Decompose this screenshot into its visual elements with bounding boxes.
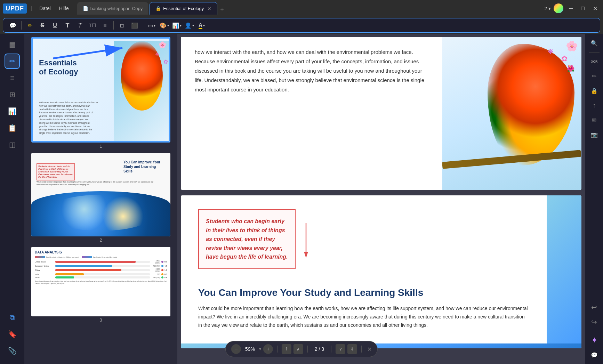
pdf-page-1: how we interact with the earth, and how … — [181, 37, 581, 190]
sidebar-icon-table[interactable]: ⊞ — [5, 87, 20, 102]
zoom-bar: − 59% ▾ + ⇑ ∧ 2 / 3 ∨ ⇓ ✕ — [225, 341, 378, 357]
annotation-toolbar: 💬 ✏ S U T T T☐ ≡ ◻ ⬛ ▭ ▾ 🎨 ▾ 📊 ▾ 👤 ▾ A ▾ — [3, 18, 600, 33]
avatar[interactable] — [554, 3, 563, 13]
sidebar-icon-pages[interactable]: ▦ — [5, 37, 20, 52]
flower-1: 🌸 — [566, 40, 578, 52]
text-italic-tool-button[interactable]: T — [74, 20, 86, 31]
tab-lock-icon: 🔒 — [155, 6, 161, 11]
flower-3: ❋ — [548, 47, 554, 56]
text-color-tool-button[interactable]: A ▾ — [196, 20, 207, 31]
comment-tool-button[interactable]: 💬 — [7, 20, 18, 31]
user-tool-button[interactable]: 👤 ▾ — [184, 20, 195, 31]
tab-label: banking whitepapar_Copy — [90, 6, 143, 11]
flower-2: ✿ — [561, 54, 568, 63]
maximize-button[interactable]: □ — [578, 4, 587, 13]
page2-body-text: What could be more important than learni… — [198, 305, 529, 329]
thumbnail-page-2[interactable]: Students who can begin early in their li… — [27, 153, 175, 243]
strikethrough-tool-button[interactable]: S — [37, 20, 48, 31]
sidebar-icon-pageview[interactable]: 📋 — [5, 120, 20, 136]
sidebar-icon-layers[interactable]: ⧉ — [5, 310, 20, 325]
sidebar-icon-attachment[interactable]: 📎 — [5, 343, 20, 358]
sidebar-icon-bookmark[interactable]: 🔖 — [5, 326, 20, 342]
eraser-tool-button[interactable]: ◻ — [116, 20, 128, 31]
minimize-button[interactable]: ─ — [566, 4, 576, 13]
thumb-card-2[interactable]: Students who can begin early in their li… — [31, 153, 170, 236]
menu-datei[interactable]: Datei — [37, 4, 54, 13]
sidebar-icon-annotate[interactable]: ✏ — [5, 54, 20, 69]
thumbnail-page-1[interactable]: 🌸 ❋ ✿ Essentials of Ecology Welcome to e… — [27, 37, 175, 149]
tab-icon: 📄 — [83, 6, 88, 11]
sidebar-icon-list[interactable]: ≡ — [5, 70, 20, 86]
zoom-dropdown-button[interactable]: ▾ — [259, 347, 261, 351]
sidebar-upload-button[interactable]: ↑ — [588, 99, 601, 112]
add-tab-button[interactable]: + — [217, 5, 227, 15]
page-counter: 2 / 3 — [312, 346, 327, 352]
sidebar-chat-button[interactable]: 💬 — [588, 349, 601, 361]
sidebar-redo-button[interactable]: ↪ — [588, 316, 601, 328]
nav-last-button[interactable]: ⇓ — [347, 344, 357, 354]
close-button[interactable]: ✕ — [590, 4, 600, 13]
sidebar-ai-button[interactable]: ✦ — [588, 334, 601, 347]
thumb-page1-preview: 🌸 ❋ ✿ Essentials of Ecology Welcome to e… — [32, 38, 170, 142]
svg-marker-3 — [304, 252, 308, 258]
sidebar-ocr-button[interactable]: OCR — [588, 55, 601, 68]
page-indicator[interactable]: 2 ▾ — [545, 6, 551, 11]
right-sidebar: 🔍 OCR ✏ 🔒 ↑ ✉ 📷 ↩ ↪ ✦ 💬 — [585, 34, 603, 364]
menu-hilfe[interactable]: Hilfe — [56, 4, 72, 13]
page-number-1: 1 — [100, 144, 102, 149]
sidebar-lock-button[interactable]: 🔒 — [588, 84, 601, 97]
thumb3-footnote: Natural capital use and degradation: tot… — [35, 281, 167, 285]
page2-callout-area: Students who can begin early in their li… — [198, 209, 529, 276]
nav-next-button[interactable]: ∨ — [336, 344, 345, 354]
underline-tool-button[interactable]: U — [49, 20, 61, 31]
main-area: ▦ ✏ ≡ ⊞ 📊 📋 ◫ ⧉ 🔖 📎 — [0, 34, 603, 364]
thumb-card-3[interactable]: DATA ANALYSIS Total Ecological Footprint… — [31, 247, 170, 316]
nav-prev-button[interactable]: ∧ — [294, 344, 303, 354]
main-pdf-content: how we interact with the earth, and how … — [177, 34, 585, 364]
sidebar-undo-button[interactable]: ↩ — [588, 301, 601, 314]
page2-right-bg — [547, 195, 581, 343]
zoom-out-button[interactable]: − — [231, 344, 241, 354]
sidebar-camera-button[interactable]: 📷 — [588, 128, 601, 141]
sidebar-icon-unknown[interactable]: ◫ — [5, 137, 20, 152]
text-bold-tool-button[interactable]: T — [62, 20, 73, 31]
page2-content: Students who can begin early in their li… — [181, 195, 581, 343]
color-tool-button[interactable]: 🎨 ▾ — [159, 20, 170, 31]
chart-tool-button[interactable]: 📊 ▾ — [171, 20, 182, 31]
thumb3-data-table: United States 2,810 (25%) 9.7 European U… — [35, 260, 167, 278]
toolbar-separator-2 — [113, 21, 114, 30]
textbox-tool-button[interactable]: T☐ — [87, 20, 98, 31]
sidebar-bottom: ⧉ 🔖 📎 — [5, 310, 20, 361]
sidebar-icon-stats[interactable]: 📊 — [5, 104, 20, 119]
stamp-tool-button[interactable]: ⬛ — [129, 20, 140, 31]
svg-line-1 — [53, 48, 122, 58]
zoom-in-button[interactable]: + — [263, 344, 273, 354]
tabs-container: 📄 banking whitepapar_Copy 🔒 Essential of… — [77, 2, 542, 15]
thumb-card-1[interactable]: 🌸 ❋ ✿ Essentials of Ecology Welcome to e… — [31, 37, 170, 143]
sidebar-edit-button[interactable]: ✏ — [588, 70, 601, 82]
app-logo: UPDF — [3, 3, 27, 14]
nav-first-button[interactable]: ⇑ — [282, 344, 291, 354]
tab-banking[interactable]: 📄 banking whitepapar_Copy — [77, 2, 148, 15]
page-sep-2 — [331, 346, 331, 353]
red-arrow-area — [303, 220, 330, 263]
tab-ecology[interactable]: 🔒 Essential of Ecology ✕ — [150, 2, 217, 15]
page-number-3: 3 — [100, 318, 102, 323]
thumb-page2-preview: Students who can begin early in their li… — [31, 153, 170, 236]
toolbar-separator — [21, 21, 22, 30]
sidebar-email-button[interactable]: ✉ — [588, 114, 601, 126]
right-sep-1 — [589, 52, 600, 52]
thumb3-data-title: DATA ANALYSIS — [35, 250, 167, 254]
highlight-tool-button[interactable]: ✏ — [24, 20, 35, 31]
tab-close-button[interactable]: ✕ — [207, 6, 211, 11]
sidebar-search-button[interactable]: 🔍 — [588, 37, 601, 49]
shape-tool-button[interactable]: ▭ ▾ — [146, 20, 157, 31]
title-bar-right: 2 ▾ ─ □ ✕ — [545, 3, 600, 13]
thumb2-body: What could be more important than learni… — [37, 181, 165, 186]
close-zoom-button[interactable]: ✕ — [367, 346, 372, 353]
note-tool-button[interactable]: ≡ — [99, 20, 111, 31]
thumbnail-panel: 🌸 ❋ ✿ Essentials of Ecology Welcome to e… — [24, 34, 177, 364]
close-sep — [361, 346, 362, 353]
zoom-level: 59% — [243, 346, 257, 352]
thumbnail-page-3[interactable]: DATA ANALYSIS Total Ecological Footprint… — [27, 247, 175, 323]
